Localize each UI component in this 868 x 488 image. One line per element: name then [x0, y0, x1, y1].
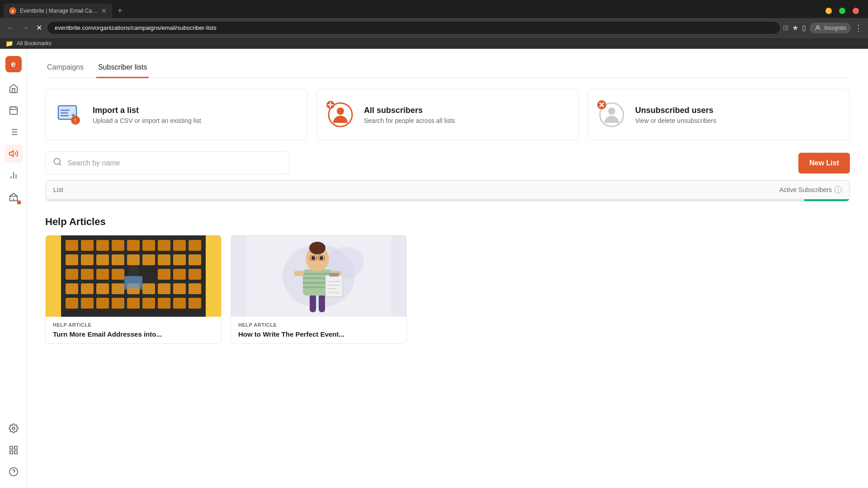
person-illustration-svg	[231, 235, 406, 317]
svg-point-32	[337, 108, 344, 115]
all-subscribers-card[interactable]: All subscribers Search for people across…	[316, 89, 579, 141]
help-article-1-tag: HELP ARTICLE	[53, 322, 214, 328]
search-input[interactable]	[67, 159, 282, 167]
all-subs-svg-icon	[326, 100, 355, 129]
import-list-card-text: Import a list Upload a CSV or import an …	[93, 106, 201, 124]
help-article-2-image	[231, 235, 406, 317]
help-article-1-image	[46, 235, 221, 317]
unsubscribed-card-text: Unsubscribed users View or delete unsubs…	[635, 106, 717, 124]
eventbrite-logo[interactable]: e	[5, 56, 22, 72]
svg-rect-62	[66, 269, 78, 280]
svg-rect-52	[189, 240, 201, 251]
sidebar-item-analytics[interactable]	[5, 166, 23, 184]
address-bar[interactable]	[47, 22, 780, 34]
help-article-2[interactable]: HELP ARTICLE How to Write The Perfect Ev…	[231, 235, 407, 344]
sidebar-item-calendar[interactable]	[5, 101, 23, 119]
sidebar-item-settings[interactable]	[5, 419, 23, 437]
unsubscribed-card-title: Unsubscribed users	[635, 106, 717, 115]
visibility-off-icon[interactable]: 👁̸	[783, 24, 789, 32]
svg-rect-48	[127, 240, 140, 251]
tab-favicon: e	[9, 7, 16, 14]
sidebar-item-help[interactable]	[5, 463, 23, 481]
help-article-1[interactable]: HELP ARTICLE Turn More Email Addresses i…	[45, 235, 222, 344]
window-close-button[interactable]	[853, 8, 859, 14]
home-icon	[9, 84, 19, 94]
unsub-svg-icon	[597, 100, 626, 129]
svg-rect-45	[81, 240, 94, 251]
search-bar[interactable]	[45, 151, 289, 174]
svg-rect-95	[319, 294, 325, 312]
svg-rect-18	[9, 446, 12, 449]
organization-badge	[17, 201, 21, 204]
incognito-label: Incognito	[824, 25, 846, 31]
svg-point-66	[128, 265, 139, 276]
browser-tab-active[interactable]: e Eventbrite | Manage Email Car... ✕	[4, 4, 112, 18]
reader-view-icon[interactable]: ▯	[802, 23, 806, 32]
svg-rect-60	[173, 254, 186, 265]
svg-rect-94	[310, 294, 316, 312]
unsubscribed-card-subtitle: View or delete unsubscribers	[635, 117, 717, 124]
svg-rect-61	[189, 254, 201, 265]
sidebar-item-apps[interactable]	[5, 441, 23, 459]
incognito-icon	[814, 24, 821, 32]
sidebar-item-campaigns[interactable]	[5, 145, 23, 163]
svg-rect-53	[66, 254, 78, 265]
cards-row: ✦ ↑ Import a list Upload a CSV or import…	[45, 89, 850, 141]
help-articles-title: Help Articles	[45, 216, 850, 228]
svg-rect-57	[127, 254, 140, 265]
nav-tabs: Campaigns Subscriber lists	[45, 60, 850, 78]
star-icon[interactable]: ★	[792, 23, 798, 32]
apps-icon	[9, 445, 19, 455]
sidebar: e	[0, 49, 27, 488]
import-svg-icon: ✦ ↑	[55, 100, 84, 129]
forward-button[interactable]: →	[20, 22, 31, 34]
more-button[interactable]: ⋮	[854, 23, 863, 33]
svg-rect-101	[294, 271, 304, 276]
svg-text:↑: ↑	[74, 117, 77, 124]
list-icon	[9, 127, 19, 137]
help-article-1-title: Turn More Email Addresses into...	[53, 330, 214, 338]
all-subscribers-card-title: All subscribers	[364, 106, 455, 115]
unsubscribed-users-card[interactable]: Unsubscribed users View or delete unsubs…	[588, 89, 850, 141]
svg-rect-78	[173, 283, 186, 294]
tab-campaigns[interactable]: Campaigns	[45, 60, 85, 78]
incognito-badge: Incognito	[810, 23, 851, 33]
sidebar-item-orders[interactable]	[5, 123, 23, 141]
help-article-2-tag: HELP ARTICLE	[238, 322, 399, 328]
window-minimize-button[interactable]	[826, 8, 832, 14]
import-list-card-title: Import a list	[93, 106, 201, 115]
sidebar-item-home[interactable]	[5, 80, 23, 98]
tab-close-button[interactable]: ✕	[101, 7, 107, 14]
svg-rect-49	[142, 240, 155, 251]
svg-rect-64	[96, 269, 109, 280]
svg-rect-84	[127, 298, 140, 309]
reload-button[interactable]: ✕	[34, 22, 44, 34]
import-list-card[interactable]: ✦ ↑ Import a list Upload a CSV or import…	[45, 89, 307, 141]
new-list-button[interactable]: New List	[798, 153, 850, 174]
analytics-icon	[9, 170, 19, 180]
new-tab-button[interactable]: +	[114, 5, 126, 18]
calendar-icon	[9, 105, 19, 115]
tab-subscriber-lists[interactable]: Subscriber lists	[96, 60, 149, 78]
tab-title: Eventbrite | Manage Email Car...	[20, 8, 98, 14]
svg-rect-59	[158, 254, 170, 265]
svg-point-107	[311, 256, 315, 260]
svg-rect-65	[112, 269, 124, 280]
table-header-row: List Active Subscribers i	[46, 180, 849, 199]
search-icon	[53, 157, 62, 169]
svg-point-106	[314, 242, 321, 249]
svg-rect-51	[173, 240, 186, 251]
main-content: Campaigns Subscriber lists ✦	[27, 49, 868, 488]
all-subscribers-icon	[326, 100, 355, 129]
back-button[interactable]: ←	[5, 22, 16, 34]
window-maximize-button[interactable]	[839, 8, 845, 14]
svg-rect-89	[124, 276, 142, 288]
svg-rect-46	[96, 240, 109, 251]
nav-icons-group: 👁̸ ★ ▯	[783, 23, 807, 32]
sidebar-item-organization[interactable]	[5, 188, 23, 206]
subscribers-info-icon[interactable]: i	[835, 186, 842, 193]
svg-line-42	[59, 164, 61, 165]
svg-rect-58	[142, 254, 155, 265]
svg-rect-113	[329, 273, 339, 277]
svg-rect-112	[326, 275, 343, 297]
